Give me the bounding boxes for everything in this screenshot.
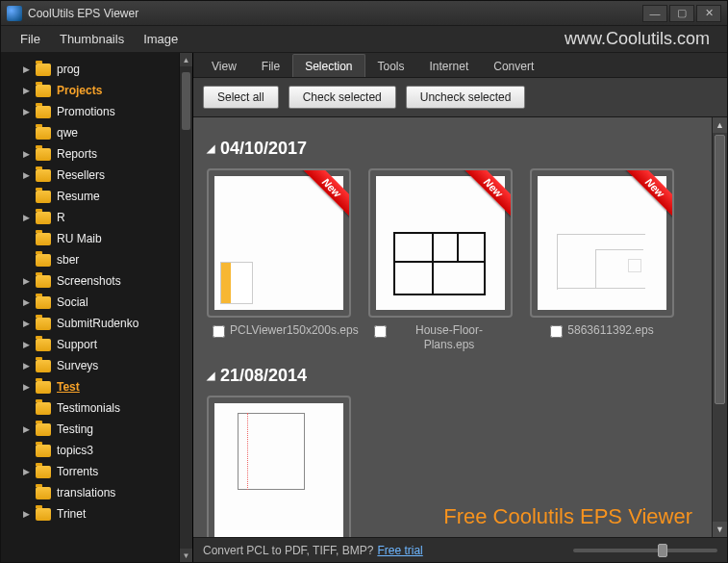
- group-header[interactable]: ◢04/10/2017: [207, 139, 704, 159]
- scroll-up-icon[interactable]: ▲: [180, 53, 192, 66]
- folder-topics3[interactable]: ▶topics3: [7, 440, 179, 461]
- thumbnail-frame[interactable]: New: [530, 168, 674, 318]
- close-button[interactable]: ✕: [696, 5, 721, 22]
- thumbnail-card[interactable]: NewPCLViewer150x200s.eps: [207, 168, 351, 352]
- menu-file[interactable]: File: [11, 28, 50, 50]
- select-all-button[interactable]: Select all: [203, 86, 279, 109]
- folder-label: translations: [57, 486, 115, 499]
- expand-arrow-icon[interactable]: ▶: [22, 170, 30, 180]
- expand-arrow-icon[interactable]: ▶: [22, 424, 30, 434]
- folder-icon: [36, 296, 51, 309]
- folder-label: sber: [57, 253, 79, 267]
- folder-submitrudenko[interactable]: ▶SubmitRudenko: [7, 313, 179, 334]
- select-checkbox[interactable]: [550, 325, 563, 338]
- scroll-down-icon[interactable]: ▼: [713, 522, 727, 537]
- tab-tools[interactable]: Tools: [365, 54, 417, 77]
- folder-surveys[interactable]: ▶Surveys: [7, 355, 179, 376]
- folder-ru maib[interactable]: ▶RU Maib: [7, 228, 179, 249]
- folder-label: Surveys: [57, 359, 98, 372]
- folder-promotions[interactable]: ▶Promotions: [7, 101, 179, 122]
- select-checkbox[interactable]: [213, 325, 225, 338]
- expand-arrow-icon[interactable]: ▶: [22, 86, 30, 95]
- folder-tree[interactable]: ▶prog▶Projects▶Promotions▶qwe▶Reports▶Re…: [1, 53, 179, 562]
- brand-link[interactable]: www.Coolutils.com: [565, 29, 717, 49]
- scroll-thumb[interactable]: [182, 72, 190, 130]
- thumbnail-gallery[interactable]: ◢04/10/2017NewPCLViewer150x200s.epsNewHo…: [193, 117, 712, 537]
- folder-testimonials[interactable]: ▶Testimonials: [7, 397, 179, 419]
- collapse-triangle-icon[interactable]: ◢: [207, 370, 214, 382]
- folder-torrents[interactable]: ▶Torrents: [7, 461, 179, 482]
- maximize-button[interactable]: ▢: [669, 5, 694, 22]
- menu-thumbnails[interactable]: Thumbnails: [50, 28, 134, 50]
- folder-label: Reports: [57, 147, 97, 161]
- scroll-up-icon[interactable]: ▲: [713, 117, 727, 133]
- folder-testing[interactable]: ▶Testing: [7, 419, 179, 440]
- menu-image[interactable]: Image: [134, 28, 188, 50]
- folder-label: RU Maib: [57, 232, 102, 245]
- folder-translations[interactable]: ▶translations: [7, 482, 179, 503]
- expand-arrow-icon[interactable]: ▶: [22, 382, 30, 392]
- titlebar: CoolUtils EPS Viewer — ▢ ✕: [1, 1, 727, 26]
- scroll-down-icon[interactable]: ▼: [180, 549, 192, 562]
- thumbnail-preview: [214, 403, 343, 537]
- folder-screenshots[interactable]: ▶Screenshots: [7, 270, 179, 292]
- folder-social[interactable]: ▶Social: [7, 292, 179, 313]
- zoom-slider-knob[interactable]: [658, 544, 667, 557]
- folder-resellers[interactable]: ▶Resellers: [7, 165, 179, 186]
- scroll-thumb[interactable]: [715, 135, 725, 404]
- tab-selection[interactable]: Selection: [292, 54, 364, 77]
- sidebar: ▶prog▶Projects▶Promotions▶qwe▶Reports▶Re…: [1, 53, 193, 562]
- folder-icon: [36, 445, 51, 457]
- expand-arrow-icon[interactable]: ▶: [22, 297, 30, 307]
- expand-arrow-icon[interactable]: ▶: [22, 319, 30, 328]
- minimize-button[interactable]: —: [642, 5, 667, 22]
- expand-arrow-icon[interactable]: ▶: [22, 509, 30, 519]
- gallery-scrollbar[interactable]: ▲ ▼: [712, 117, 727, 537]
- select-checkbox[interactable]: [374, 325, 387, 338]
- free-trial-link[interactable]: Free trial: [377, 544, 422, 557]
- expand-arrow-icon[interactable]: ▶: [22, 149, 30, 159]
- group-header[interactable]: ◢21/08/2014: [207, 366, 704, 386]
- folder-r[interactable]: ▶R: [7, 207, 179, 228]
- folder-icon: [36, 360, 51, 372]
- zoom-slider[interactable]: [573, 549, 717, 552]
- expand-arrow-icon[interactable]: ▶: [22, 107, 30, 116]
- thumbnail-frame[interactable]: [207, 396, 351, 537]
- thumbnail-card[interactable]: NewHouse-Floor-Plans.eps: [368, 168, 513, 352]
- folder-trinet[interactable]: ▶Trinet: [7, 503, 179, 525]
- check-selected-button[interactable]: Check selected: [289, 86, 396, 109]
- expand-arrow-icon[interactable]: ▶: [22, 276, 30, 286]
- thumbnail-frame[interactable]: New: [368, 168, 513, 318]
- folder-prog[interactable]: ▶prog: [7, 59, 179, 80]
- folder-reports[interactable]: ▶Reports: [7, 143, 179, 165]
- thumbnail-frame[interactable]: New: [207, 168, 351, 318]
- folder-qwe[interactable]: ▶qwe: [7, 122, 179, 143]
- folder-resume[interactable]: ▶Resume: [7, 186, 179, 207]
- tab-view[interactable]: View: [199, 54, 249, 77]
- folder-icon: [36, 318, 51, 330]
- tab-internet[interactable]: Internet: [417, 54, 482, 77]
- folder-test[interactable]: ▶Test: [7, 376, 179, 397]
- expand-arrow-icon[interactable]: ▶: [22, 467, 30, 476]
- folder-icon: [36, 254, 51, 267]
- folder-support[interactable]: ▶Support: [7, 334, 179, 355]
- uncheck-selected-button[interactable]: Uncheck selected: [406, 86, 526, 109]
- folder-icon: [36, 85, 51, 97]
- thumbnail-card[interactable]: [207, 396, 351, 537]
- expand-arrow-icon[interactable]: ▶: [22, 213, 30, 222]
- expand-arrow-icon[interactable]: ▶: [22, 64, 30, 74]
- tab-file[interactable]: File: [249, 54, 292, 77]
- tab-convert[interactable]: Convert: [481, 54, 546, 77]
- folder-label: Social: [57, 295, 88, 309]
- collapse-triangle-icon[interactable]: ◢: [207, 142, 214, 155]
- folder-projects[interactable]: ▶Projects: [7, 80, 179, 101]
- expand-arrow-icon[interactable]: ▶: [22, 361, 30, 371]
- folder-sber[interactable]: ▶sber: [7, 249, 179, 270]
- expand-arrow-icon[interactable]: ▶: [22, 340, 30, 349]
- folder-label: Torrents: [57, 465, 98, 478]
- folder-icon: [36, 423, 51, 436]
- status-bar: Convert PCL to PDF, TIFF, BMP? Free tria…: [193, 537, 727, 562]
- thumbnail-card[interactable]: New5863611392.eps: [530, 168, 674, 352]
- sidebar-scrollbar[interactable]: ▲ ▼: [179, 53, 192, 562]
- folder-icon: [36, 487, 51, 499]
